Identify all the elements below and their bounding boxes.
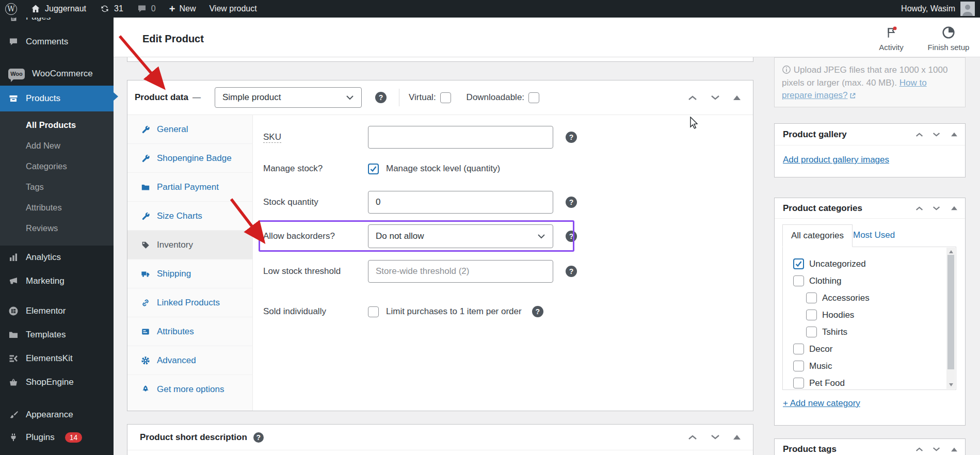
view-product-link[interactable]: View product [209,4,256,13]
move-up-icon[interactable] [915,132,923,137]
tab-general[interactable]: General [127,115,252,144]
category-checkbox[interactable] [793,361,804,371]
product-type-select[interactable]: Simple product [215,87,362,108]
category-checklist: Uncategorized Clothing Accessories Hoodi… [782,247,956,390]
allow-backorders-select[interactable]: Do not allow [368,224,553,248]
allow-backorders-help-icon[interactable]: ? [566,231,577,242]
new-content-link[interactable]: + New [169,4,196,14]
sidebar-item-products[interactable]: Products [0,86,114,111]
wp-logo-menu[interactable]: W [5,3,17,15]
category-checkbox[interactable] [793,258,804,269]
move-down-icon[interactable] [711,434,720,440]
sidebar-item-elementor[interactable]: Elementor [0,299,114,323]
virtual-checkbox[interactable] [440,92,451,103]
move-down-icon[interactable] [933,206,940,211]
move-down-icon[interactable] [933,132,940,137]
category-item[interactable]: Tshirts [783,323,956,340]
sku-input[interactable] [368,126,553,149]
tab-shipping[interactable]: Shipping [127,259,252,288]
sidebar-item-woocommerce[interactable]: Woo WooCommerce [0,62,114,86]
howdy-account-link[interactable]: Howdy, Wasim [901,4,955,13]
category-item[interactable]: Pet Food [783,375,956,390]
sidebar-item-comments[interactable]: Comments [0,30,114,54]
sku-label: SKU [263,132,368,142]
tab-most-used[interactable]: Most Used [853,230,895,240]
add-gallery-images-link[interactable]: Add product gallery images [783,155,889,165]
manage-stock-checkbox[interactable] [368,164,379,174]
tab-shopengine-badge[interactable]: Shopengine Badge [127,144,252,173]
category-item[interactable]: Uncategorized [783,255,956,272]
stock-quantity-input[interactable] [368,191,553,214]
sidebar-item-attributes[interactable]: Attributes [0,197,114,218]
category-item[interactable]: Clothing [783,272,956,289]
move-up-icon[interactable] [688,434,697,440]
collapse-panel-icon[interactable] [951,133,957,137]
low-stock-input[interactable] [368,260,553,283]
sold-individually-text[interactable]: Limit purchases to 1 item per order [386,306,522,317]
sidebar-item-pages[interactable]: Pages [0,18,114,29]
updates-icon [100,4,110,14]
product-type-help-icon[interactable]: ? [375,92,387,103]
product-gallery-title: Product gallery [783,129,847,140]
sku-help-icon[interactable]: ? [566,132,577,143]
category-checkbox[interactable] [793,344,804,354]
tab-partial-payment[interactable]: Partial Payment [127,173,252,202]
sidebar-item-tags[interactable]: Tags [0,176,114,197]
move-down-icon[interactable] [711,95,720,101]
sidebar-item-shopengine[interactable]: ShopEngine [0,370,114,394]
updates-link[interactable]: 31 [100,4,123,14]
low-stock-help-icon[interactable]: ? [566,266,577,277]
sidebar-item-plugins[interactable]: Plugins 14 [0,426,114,449]
sidebar-item-analytics[interactable]: Analytics [0,246,114,269]
tab-attributes[interactable]: Attributes [127,317,252,346]
category-item[interactable]: Decor [783,340,956,358]
category-item[interactable]: Music [783,358,956,375]
category-checkbox[interactable] [793,378,804,388]
category-checkbox[interactable] [806,293,817,303]
move-up-icon[interactable] [915,447,923,452]
move-up-icon[interactable] [915,206,923,211]
sidebar-item-categories[interactable]: Categories [0,156,114,176]
sidebar-item-appearance[interactable]: Appearance [0,403,114,426]
collapse-panel-icon[interactable] [951,447,957,451]
category-checkbox[interactable] [806,310,817,320]
category-item[interactable]: Hoodies [783,306,956,323]
sidebar-item-marketing[interactable]: Marketing [0,269,114,293]
tab-get-more-options[interactable]: Get more options [127,375,252,404]
tab-size-charts[interactable]: Size Charts [127,202,252,231]
avatar[interactable] [960,2,975,16]
sidebar-item-add-new[interactable]: Add New [0,135,114,156]
add-new-category-link[interactable]: + Add new category [783,398,860,408]
scrollbar-thumb[interactable] [947,255,954,369]
move-up-icon[interactable] [688,95,697,101]
sidebar-item-all-products[interactable]: All Products [0,115,114,135]
scrollbar[interactable] [946,248,955,389]
comments-link[interactable]: 0 [137,4,156,14]
short-description-help-icon[interactable]: ? [253,432,264,443]
collapse-panel-icon[interactable] [733,95,741,100]
category-item[interactable]: Accessories [783,289,956,306]
category-checkbox[interactable] [793,275,804,286]
stock-quantity-help-icon[interactable]: ? [566,197,577,208]
move-down-icon[interactable] [933,447,940,452]
downloadable-checkbox[interactable] [528,92,539,103]
site-name-link[interactable]: Juggernaut [30,4,86,14]
sidebar-item-reviews[interactable]: Reviews [0,218,114,238]
collapse-panel-icon[interactable] [951,206,957,210]
scroll-down-icon[interactable] [946,381,955,389]
tab-all-categories[interactable]: All categories [782,224,853,247]
sidebar-item-templates[interactable]: Templates [0,323,114,347]
sold-individually-checkbox[interactable] [368,306,379,317]
tab-inventory[interactable]: Inventory [127,231,252,259]
tab-advanced[interactable]: Advanced [127,346,252,375]
finish-setup-button[interactable]: Finish setup [920,26,977,52]
sidebar-item-elementskit[interactable]: ElementsKit [0,347,114,370]
tab-linked-products[interactable]: Linked Products [127,288,252,317]
comments-icon [8,37,19,47]
category-checkbox[interactable] [806,327,817,337]
sold-individually-help-icon[interactable]: ? [532,306,543,317]
activity-button[interactable]: Activity [863,26,920,52]
collapse-panel-icon[interactable] [733,435,741,440]
manage-stock-text[interactable]: Manage stock level (quantity) [386,164,500,174]
wrench-icon [141,212,150,221]
